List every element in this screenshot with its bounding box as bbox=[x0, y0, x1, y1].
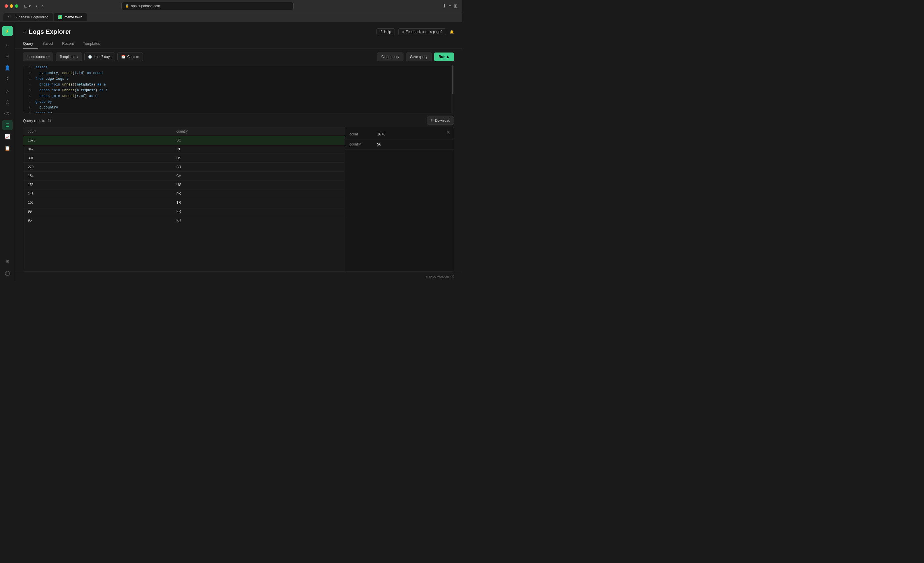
table-row[interactable]: 1676SG bbox=[23, 136, 345, 145]
tab-recent[interactable]: Recent bbox=[57, 39, 78, 48]
nav-logs[interactable]: ☰ bbox=[2, 120, 13, 130]
custom-button[interactable]: 📅 Custom bbox=[117, 53, 142, 61]
minimize-button[interactable] bbox=[10, 4, 13, 8]
code-line-9: 9 order by bbox=[23, 111, 454, 113]
table-row[interactable]: 153UG bbox=[23, 180, 345, 189]
nav-auth[interactable]: 👤 bbox=[2, 63, 13, 73]
help-label: Help bbox=[384, 30, 391, 34]
table-row[interactable]: 95KR bbox=[23, 216, 345, 222]
play-icon: ▶ bbox=[447, 56, 449, 59]
tab-meme-town[interactable]: ⚡ meme.town bbox=[54, 13, 87, 21]
insert-source-button[interactable]: Insert source ▾ bbox=[23, 53, 53, 61]
feedback-label: Feedback on this page? bbox=[406, 30, 442, 34]
results-table[interactable]: count country 1676SG842IN391US270BR154CA… bbox=[23, 127, 345, 222]
tab-meme-town-label: meme.town bbox=[64, 15, 82, 19]
code-line-8: 8 c.country bbox=[23, 106, 454, 111]
supabase-logo[interactable]: ⚡ bbox=[2, 26, 13, 36]
browser-actions: ⬆ + ⊞ bbox=[443, 3, 458, 9]
clear-query-button[interactable]: Clear query bbox=[377, 53, 404, 61]
run-button[interactable]: Run ▶ bbox=[434, 53, 454, 61]
table-body: 1676SG842IN391US270BR154CA153UG148PK105T… bbox=[23, 136, 345, 222]
sidebar-toggle-button[interactable]: ⊡ ▾ bbox=[24, 4, 31, 8]
cell-count: 105 bbox=[23, 198, 172, 207]
back-button[interactable]: ‹ bbox=[34, 3, 39, 9]
detail-panel: ✕ count1676countrySG bbox=[345, 127, 454, 272]
page-header: ≡ Logs Explorer ? Help ○ Feedback on thi… bbox=[15, 23, 462, 36]
table-row[interactable]: 270BR bbox=[23, 163, 345, 171]
clear-label: Clear query bbox=[381, 55, 399, 59]
notification-badge[interactable]: 🔔 bbox=[450, 30, 454, 34]
scrollbar[interactable] bbox=[452, 65, 454, 113]
cell-country: BR bbox=[172, 163, 345, 171]
cell-country: IN bbox=[172, 145, 345, 154]
detail-value: 1676 bbox=[377, 132, 386, 136]
calendar-icon: 📅 bbox=[121, 55, 125, 59]
nav-analytics[interactable]: 📈 bbox=[2, 131, 13, 142]
tab-favicon: ⚡ bbox=[58, 15, 62, 19]
download-button[interactable]: ⬇ Download bbox=[427, 117, 454, 125]
results-title-text: Query results bbox=[23, 119, 45, 123]
code-editor[interactable]: 1 select 2 c.country, count(t.id) as cou… bbox=[23, 65, 454, 113]
nav-functions[interactable]: ▷ bbox=[2, 86, 13, 96]
tab-dogfooding[interactable]: 🛡 Supabase Dogfooding bbox=[3, 13, 53, 21]
query-toolbar: Insert source ▾ Templates ▾ 🕐 Last 7 day… bbox=[15, 48, 462, 65]
table-row[interactable]: 99FR bbox=[23, 207, 345, 216]
custom-label: Custom bbox=[127, 55, 139, 59]
cell-country: CA bbox=[172, 171, 345, 180]
help-button[interactable]: ? Help bbox=[376, 29, 394, 35]
editor-scroll[interactable]: 1 select 2 c.country, count(t.id) as cou… bbox=[23, 65, 454, 113]
save-query-button[interactable]: Save query bbox=[406, 53, 432, 61]
code-line-5: 5 cross join unnest(m.request) as r bbox=[23, 89, 454, 94]
share-icon[interactable]: ⬆ bbox=[443, 3, 447, 9]
cell-country: TR bbox=[172, 198, 345, 207]
feedback-button[interactable]: ○ Feedback on this page? bbox=[398, 29, 446, 35]
nav-database[interactable]: ⬡ bbox=[2, 97, 13, 107]
cell-count: 1676 bbox=[23, 136, 172, 145]
cell-count: 153 bbox=[23, 180, 172, 189]
results-title: Query results 48 bbox=[23, 119, 51, 123]
download-icon: ⬇ bbox=[430, 119, 433, 123]
time-range-button[interactable]: 🕐 Last 7 days bbox=[84, 53, 115, 61]
maximize-button[interactable] bbox=[15, 4, 18, 8]
help-icon: ? bbox=[380, 30, 382, 34]
detail-value: SG bbox=[377, 142, 381, 146]
download-label: Download bbox=[435, 119, 450, 123]
nav-api[interactable]: </> bbox=[2, 108, 13, 119]
nav-profile[interactable]: ◯ bbox=[2, 268, 13, 278]
lock-icon: 🔒 bbox=[125, 4, 129, 8]
grid-icon[interactable]: ⊞ bbox=[454, 3, 458, 9]
close-button[interactable] bbox=[4, 4, 8, 8]
nav-home[interactable]: ⌂ bbox=[2, 40, 13, 50]
detail-key: country bbox=[350, 142, 372, 146]
cell-count: 99 bbox=[23, 207, 172, 216]
cell-country: US bbox=[172, 154, 345, 163]
table-row[interactable]: 391US bbox=[23, 154, 345, 163]
address-bar[interactable]: 🔒 app.supabase.com bbox=[122, 2, 294, 10]
table-row[interactable]: 105TR bbox=[23, 198, 345, 207]
results-section: Query results 48 ⬇ Download count count bbox=[23, 117, 454, 272]
code-line-4: 4 cross join unnest(metadata) as m bbox=[23, 83, 454, 89]
url-text: app.supabase.com bbox=[131, 4, 160, 8]
table-row[interactable]: 148PK bbox=[23, 189, 345, 198]
chevron-down-icon: ▾ bbox=[48, 56, 50, 59]
nav-settings[interactable]: ⚙ bbox=[2, 256, 13, 267]
nav-table-editor[interactable]: ⊟ bbox=[2, 51, 13, 62]
code-line-7: 7 group by bbox=[23, 100, 454, 106]
detail-close-button[interactable]: ✕ bbox=[447, 129, 450, 135]
left-nav: ⚡ ⌂ ⊟ 👤 🗄 ▷ ⬡ </> ☰ 📈 📋 ⚙ ◯ bbox=[0, 23, 15, 281]
table-row[interactable]: 154CA bbox=[23, 171, 345, 180]
new-tab-icon[interactable]: + bbox=[449, 3, 452, 9]
tab-templates[interactable]: Templates bbox=[78, 39, 105, 48]
forward-button[interactable]: › bbox=[40, 3, 45, 9]
main-content: ≡ Logs Explorer ? Help ○ Feedback on thi… bbox=[15, 23, 462, 281]
nav-storage[interactable]: 🗄 bbox=[2, 74, 13, 84]
tab-query[interactable]: Query bbox=[23, 39, 38, 48]
run-label: Run bbox=[439, 55, 446, 59]
nav-reports[interactable]: 📋 bbox=[2, 143, 13, 153]
table-row[interactable]: 842IN bbox=[23, 145, 345, 154]
tab-saved[interactable]: Saved bbox=[38, 39, 57, 48]
time-range-label: Last 7 days bbox=[94, 55, 111, 59]
info-icon[interactable]: ⓘ bbox=[450, 274, 454, 279]
chevron-down-icon-2: ▾ bbox=[77, 56, 78, 59]
templates-button[interactable]: Templates ▾ bbox=[56, 53, 82, 61]
